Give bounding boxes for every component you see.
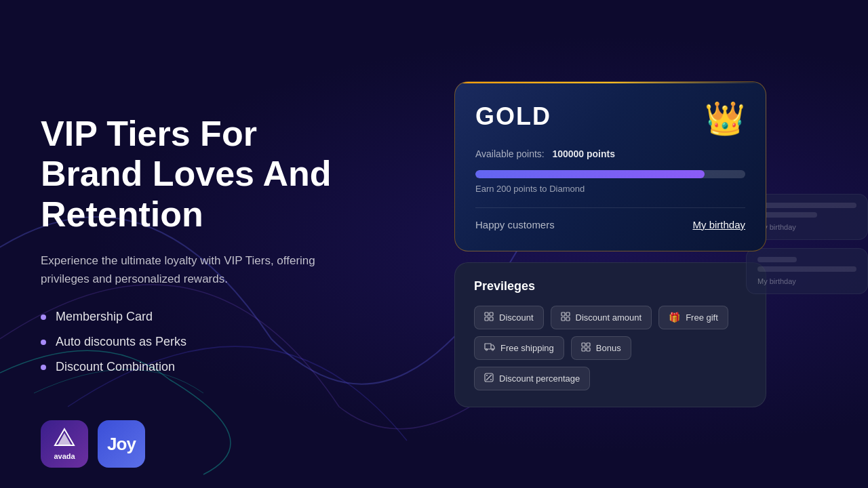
svg-rect-0 bbox=[485, 312, 488, 316]
svg-rect-3 bbox=[490, 317, 493, 321]
peek-card-2: My birthday bbox=[746, 248, 868, 294]
progress-bar-fill bbox=[475, 170, 705, 178]
svg-point-17 bbox=[490, 379, 492, 380]
avada-icon bbox=[54, 428, 75, 451]
subtitle: Experience the ultimate loyalty with VIP… bbox=[41, 251, 366, 288]
tier-title: GOLD bbox=[475, 102, 551, 131]
peek-line bbox=[757, 203, 856, 208]
tag-discount-percentage: Discount percentage bbox=[474, 367, 590, 390]
avada-label: avada bbox=[54, 452, 75, 460]
bullet-icon bbox=[41, 314, 46, 320]
progress-label: Earn 200 points to Diamond bbox=[475, 184, 745, 194]
tag-label: Bonus bbox=[596, 343, 621, 353]
svg-rect-11 bbox=[587, 343, 590, 346]
bullet-icon bbox=[41, 340, 46, 345]
progress-container: Earn 200 points to Diamond bbox=[475, 170, 745, 194]
svg-rect-1 bbox=[490, 312, 493, 316]
privileges-title: Previleges bbox=[474, 279, 747, 293]
tag-bonus: Bonus bbox=[571, 336, 631, 360]
card-header: GOLD 👑 bbox=[475, 102, 745, 135]
happy-customers-label: Happy customers bbox=[475, 219, 555, 230]
feature-membership: Membership Card bbox=[41, 310, 366, 324]
right-section: My birthday My birthday GOLD 👑 Available… bbox=[393, 27, 827, 461]
bonus-icon bbox=[581, 342, 591, 354]
tag-label: Free gift bbox=[686, 312, 718, 323]
tag-label: Discount percentage bbox=[499, 373, 580, 384]
svg-rect-12 bbox=[582, 348, 585, 351]
svg-point-9 bbox=[492, 349, 493, 350]
peek-card-footer-1: My birthday bbox=[757, 223, 856, 231]
svg-rect-6 bbox=[561, 317, 565, 321]
discount-amount-icon bbox=[561, 312, 570, 323]
bottom-logos: avada Joy bbox=[41, 420, 145, 468]
points-value: 100000 points bbox=[552, 148, 615, 159]
tag-label: Discount bbox=[499, 312, 534, 323]
peek-line-shorter bbox=[757, 257, 797, 262]
tag-free-gift: 🎁 Free gift bbox=[658, 306, 728, 329]
tag-discount-amount: Discount amount bbox=[551, 306, 652, 329]
left-section: VIP Tiers For Brand Loves And Retention … bbox=[41, 114, 393, 375]
peek-line-short bbox=[757, 212, 817, 218]
free-shipping-icon bbox=[484, 342, 495, 353]
bullet-icon bbox=[41, 365, 46, 370]
feature-label: Membership Card bbox=[56, 310, 153, 324]
free-gift-icon: 🎁 bbox=[669, 312, 680, 323]
feature-combination: Discount Combination bbox=[41, 360, 366, 374]
card-footer: Happy customers My birthday bbox=[475, 207, 745, 230]
svg-rect-2 bbox=[485, 317, 488, 321]
points-label: Available points: bbox=[475, 148, 545, 159]
main-title: VIP Tiers For Brand Loves And Retention bbox=[41, 114, 366, 235]
my-birthday-link[interactable]: My birthday bbox=[692, 219, 745, 230]
cards-container: GOLD 👑 Available points: 100000 points E… bbox=[454, 81, 766, 407]
tag-free-shipping: Free shipping bbox=[474, 336, 564, 360]
points-info: Available points: 100000 points bbox=[475, 148, 745, 159]
progress-bar-background bbox=[475, 170, 745, 178]
main-content: VIP Tiers For Brand Loves And Retention … bbox=[0, 0, 868, 488]
joy-label: Joy bbox=[107, 434, 136, 455]
svg-point-16 bbox=[486, 375, 488, 376]
feature-label: Auto discounts as Perks bbox=[56, 335, 186, 349]
svg-rect-5 bbox=[566, 312, 570, 316]
feature-label: Discount Combination bbox=[56, 360, 175, 374]
peek-line bbox=[757, 266, 856, 272]
svg-rect-13 bbox=[587, 348, 590, 351]
svg-rect-10 bbox=[582, 343, 585, 346]
feature-list: Membership Card Auto discounts as Perks … bbox=[41, 310, 366, 374]
svg-rect-7 bbox=[566, 317, 570, 321]
joy-logo[interactable]: Joy bbox=[98, 420, 145, 468]
tag-label: Free shipping bbox=[500, 343, 554, 353]
peek-card-footer-2: My birthday bbox=[757, 277, 856, 285]
tag-discount: Discount bbox=[474, 306, 544, 329]
tag-label: Discount amount bbox=[576, 312, 642, 323]
feature-discounts: Auto discounts as Perks bbox=[41, 335, 366, 349]
gold-card: GOLD 👑 Available points: 100000 points E… bbox=[454, 81, 766, 251]
discount-icon bbox=[484, 312, 494, 323]
crown-icon: 👑 bbox=[705, 102, 745, 135]
avada-logo[interactable]: avada bbox=[41, 420, 88, 468]
privilege-tags: Discount Discount amount bbox=[474, 306, 747, 390]
privileges-card: Previleges Discount bbox=[454, 262, 766, 407]
discount-percentage-icon bbox=[484, 373, 494, 384]
svg-rect-4 bbox=[561, 312, 565, 316]
svg-point-8 bbox=[486, 349, 487, 350]
